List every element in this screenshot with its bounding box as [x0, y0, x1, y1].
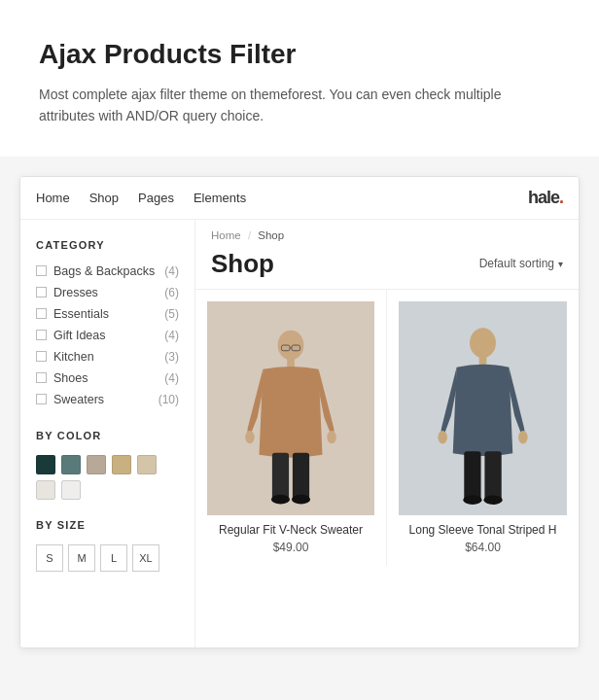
size-label: BY SIZE — [36, 519, 179, 531]
shop-area: Home / Shop Shop Default sorting ▾ — [195, 220, 579, 648]
product-figure-svg-2 — [399, 301, 567, 515]
nav-links: Home Shop Pages Elements — [36, 191, 246, 205]
product-name: Regular Fit V-Neck Sweater — [207, 523, 374, 537]
breadcrumb-home[interactable]: Home — [211, 229, 241, 241]
list-item: Bags & Backpacks (4) — [36, 264, 179, 278]
category-label: CATEGORY — [36, 239, 179, 251]
size-m[interactable]: M — [68, 544, 95, 572]
list-item: Dresses (6) — [36, 286, 179, 299]
color-swatch-taupe[interactable] — [87, 455, 106, 474]
category-count: (3) — [164, 350, 179, 364]
svg-rect-12 — [479, 356, 487, 366]
svg-point-17 — [463, 495, 481, 505]
list-item: Gift Ideas (4) — [36, 329, 179, 342]
svg-rect-16 — [484, 451, 501, 500]
color-swatches — [36, 455, 179, 500]
category-checkbox-kitchen[interactable] — [36, 351, 47, 362]
svg-rect-8 — [293, 453, 309, 500]
color-swatch-light-gray[interactable] — [36, 480, 55, 500]
category-name: Dresses — [53, 286, 98, 299]
size-filter: BY SIZE S M L XL — [36, 519, 179, 572]
category-checkbox-dresses[interactable] — [36, 287, 47, 298]
color-label: BY COLOR — [36, 430, 179, 441]
list-item: Sweaters (10) — [36, 393, 179, 406]
main-content: CATEGORY Bags & Backpacks (4) Dresses — [20, 220, 579, 648]
breadcrumb-separator: / — [248, 229, 251, 241]
category-filter: CATEGORY Bags & Backpacks (4) Dresses — [36, 239, 179, 406]
size-xl[interactable]: XL — [132, 544, 159, 572]
nav-bar: Home Shop Pages Elements hale. — [20, 177, 579, 220]
svg-point-11 — [470, 328, 496, 358]
product-figure-svg — [207, 301, 374, 515]
shop-title: Shop — [211, 249, 274, 279]
category-checkbox-sweaters[interactable] — [36, 394, 47, 404]
hero-description: Most complete ajax filter theme on theme… — [39, 84, 506, 127]
color-filter: BY COLOR — [36, 430, 179, 500]
category-checkbox-shoes[interactable] — [36, 372, 47, 383]
shop-header: Shop Default sorting ▾ — [195, 245, 579, 290]
size-l[interactable]: L — [100, 544, 127, 572]
svg-rect-4 — [287, 358, 295, 368]
site-logo: hale. — [528, 188, 563, 208]
list-item: Kitchen (3) — [36, 350, 179, 364]
breadcrumb: Home / Shop — [195, 220, 579, 245]
nav-pages[interactable]: Pages — [138, 191, 174, 205]
category-name: Essentials — [53, 307, 109, 321]
category-name: Sweaters — [53, 393, 104, 406]
chevron-down-icon: ▾ — [558, 259, 563, 269]
category-name: Shoes — [53, 371, 88, 385]
svg-point-14 — [518, 431, 528, 443]
category-count: (5) — [164, 307, 179, 321]
category-checkbox-essentials[interactable] — [36, 308, 47, 319]
category-name: Gift Ideas — [53, 329, 106, 342]
product-name: Long Sleeve Tonal Striped H — [399, 523, 567, 537]
category-count: (6) — [164, 286, 179, 299]
browser-frame: Home Shop Pages Elements hale. CATEGORY … — [19, 176, 580, 648]
svg-point-6 — [327, 431, 336, 443]
color-swatch-teal[interactable] — [61, 455, 81, 474]
product-card: Regular Fit V-Neck Sweater $49.00 — [195, 290, 387, 566]
category-checkbox-gift-ideas[interactable] — [36, 330, 47, 340]
svg-point-18 — [483, 495, 502, 505]
product-price: $64.00 — [399, 541, 567, 554]
category-count: (10) — [159, 393, 179, 406]
product-image-2 — [399, 301, 567, 515]
nav-elements[interactable]: Elements — [194, 191, 246, 205]
category-name: Bags & Backpacks — [53, 264, 155, 278]
product-image-1 — [207, 301, 374, 515]
svg-point-5 — [245, 431, 255, 443]
size-buttons: S M L XL — [36, 544, 179, 572]
color-swatch-dark-teal[interactable] — [36, 455, 55, 474]
svg-point-9 — [271, 495, 290, 505]
svg-rect-7 — [272, 453, 289, 500]
category-name: Kitchen — [53, 350, 94, 364]
svg-point-0 — [278, 331, 304, 361]
category-count: (4) — [164, 371, 179, 385]
svg-rect-15 — [464, 451, 480, 500]
list-item: Shoes (4) — [36, 371, 179, 385]
category-count: (4) — [164, 329, 179, 342]
color-swatch-beige[interactable] — [137, 455, 157, 474]
products-grid: Regular Fit V-Neck Sweater $49.00 — [195, 290, 579, 566]
sort-dropdown[interactable]: Default sorting ▾ — [479, 257, 563, 270]
category-list: Bags & Backpacks (4) Dresses (6) — [36, 264, 179, 406]
category-checkbox-bags[interactable] — [36, 265, 47, 276]
product-price: $49.00 — [207, 541, 374, 554]
nav-shop[interactable]: Shop — [89, 191, 119, 205]
hero-title: Ajax Products Filter — [39, 39, 560, 70]
list-item: Essentials (5) — [36, 307, 179, 321]
color-swatch-near-white[interactable] — [61, 480, 81, 500]
breadcrumb-current: Shop — [258, 229, 284, 241]
category-count: (4) — [164, 264, 179, 278]
svg-point-13 — [438, 431, 447, 443]
sidebar: CATEGORY Bags & Backpacks (4) Dresses — [20, 220, 195, 648]
product-card: Long Sleeve Tonal Striped H $64.00 — [387, 290, 579, 566]
nav-home[interactable]: Home — [36, 191, 70, 205]
size-s[interactable]: S — [36, 544, 63, 572]
hero-section: Ajax Products Filter Most complete ajax … — [0, 0, 599, 157]
svg-point-10 — [292, 495, 310, 505]
color-swatch-tan[interactable] — [112, 455, 131, 474]
